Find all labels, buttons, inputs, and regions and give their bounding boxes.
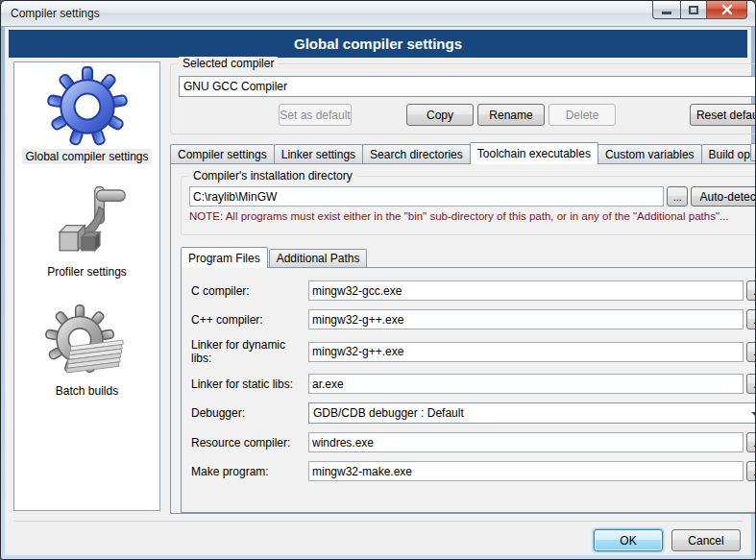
- ok-button[interactable]: OK: [594, 529, 663, 551]
- compiler-settings-dialog: Compiler settings Global compiler settin…: [0, 0, 756, 560]
- minimize-icon: [662, 12, 671, 14]
- maximize-icon: [689, 6, 698, 14]
- field-label: Resource compiler:: [191, 436, 308, 450]
- debugger-select[interactable]: GDB/CDB debugger : Default: [308, 402, 756, 424]
- program-files-tab-bar: Program Files Additional Paths: [181, 247, 756, 267]
- browse-linker-dynamic-button[interactable]: ...: [746, 342, 756, 362]
- tab-compiler-settings[interactable]: Compiler settings: [170, 144, 275, 163]
- field-row-resource-compiler: Resource compiler: ...: [191, 432, 756, 452]
- toolchain-executables-panel: Compiler's installation directory ... Au…: [170, 163, 756, 514]
- dialog-footer: OK Cancel: [13, 521, 743, 551]
- cpp-compiler-input[interactable]: [308, 309, 744, 329]
- rename-button[interactable]: Rename: [477, 104, 545, 126]
- tab-additional-paths[interactable]: Additional Paths: [269, 249, 368, 267]
- installation-directory-group: Compiler's installation directory ... Au…: [181, 176, 756, 235]
- linker-dynamic-input[interactable]: [308, 342, 744, 362]
- window-frame: Global compiler settings: [1, 27, 755, 559]
- field-row-linker-dynamic: Linker for dynamic libs: ...: [191, 338, 756, 365]
- field-row-make-program: Make program: ...: [191, 461, 756, 481]
- settings-category-list: Global compiler settings: [13, 61, 160, 511]
- page-title: Global compiler settings: [9, 30, 747, 58]
- browse-c-compiler-button[interactable]: ...: [746, 280, 756, 301]
- title-bar[interactable]: Compiler settings: [1, 1, 755, 27]
- tab-program-files[interactable]: Program Files: [181, 247, 268, 268]
- field-row-cpp-compiler: C++ compiler: ...: [191, 309, 756, 329]
- field-label: Make program:: [191, 465, 308, 478]
- linker-static-input[interactable]: [308, 374, 744, 394]
- cancel-button[interactable]: Cancel: [671, 529, 741, 551]
- compiler-select[interactable]: GNU GCC Compiler: [179, 76, 756, 97]
- installation-note: NOTE: All programs must exist either in …: [189, 210, 756, 222]
- debugger-select-value: GDB/CDB debugger : Default: [313, 406, 464, 420]
- field-row-debugger: Debugger: GDB/CDB debugger : Default: [191, 402, 756, 424]
- dialog-client-area: Global compiler settings: [5, 27, 751, 555]
- copy-button[interactable]: Copy: [406, 104, 474, 126]
- browse-resource-compiler-button[interactable]: ...: [746, 432, 756, 452]
- tab-toolchain-executables[interactable]: Toolchain executables: [470, 142, 598, 164]
- delete-button[interactable]: Delete: [549, 104, 616, 126]
- field-label: C compiler:: [191, 284, 308, 298]
- program-files-panel: C compiler: ... C++ compiler:: [181, 267, 756, 513]
- close-button[interactable]: [707, 1, 747, 19]
- settings-tab-bar: Compiler settings Linker settings Search…: [170, 142, 756, 163]
- minimize-button[interactable]: [652, 1, 680, 19]
- reset-defaults-button[interactable]: Reset defaults: [690, 104, 756, 126]
- browse-linker-static-button[interactable]: ...: [746, 374, 756, 394]
- group-legend: Compiler's installation directory: [189, 169, 356, 183]
- window-title: Compiler settings: [11, 7, 100, 20]
- group-legend: Selected compiler: [179, 57, 278, 70]
- browse-cpp-compiler-button[interactable]: ...: [746, 309, 756, 329]
- selected-compiler-group: Selected compiler GNU GCC Compiler Set a…: [170, 63, 756, 134]
- tab-scroll-left-button[interactable]: [750, 143, 756, 161]
- make-program-input[interactable]: [308, 461, 744, 481]
- tab-search-directories[interactable]: Search directories: [362, 144, 471, 163]
- browse-make-program-button[interactable]: ...: [746, 461, 756, 481]
- gray-gear-stack-icon: [43, 304, 132, 381]
- sidebar-item-profiler-settings[interactable]: Profiler settings: [44, 183, 130, 280]
- close-icon: [721, 4, 733, 15]
- sidebar-item-label: Profiler settings: [44, 264, 130, 280]
- blue-gear-icon: [47, 66, 128, 147]
- sidebar-item-global-compiler-settings[interactable]: Global compiler settings: [22, 66, 151, 164]
- auto-detect-button[interactable]: Auto-detect: [691, 186, 756, 207]
- field-label: Debugger:: [191, 406, 308, 420]
- chevron-down-icon: [751, 412, 756, 417]
- field-row-linker-static: Linker for static libs: ...: [191, 374, 756, 394]
- browse-directory-button[interactable]: ...: [667, 186, 688, 207]
- sidebar-item-label: Global compiler settings: [22, 149, 151, 164]
- compiler-select-value: GNU GCC Compiler: [183, 80, 287, 93]
- maximize-button[interactable]: [680, 1, 707, 19]
- sidebar-item-batch-builds[interactable]: Batch builds: [43, 304, 132, 399]
- field-label: Linker for dynamic libs:: [191, 338, 308, 365]
- installation-directory-input[interactable]: [189, 186, 664, 207]
- field-row-c-compiler: C compiler: ...: [191, 280, 756, 301]
- tab-linker-settings[interactable]: Linker settings: [274, 144, 363, 163]
- caliper-blocks-icon: [44, 183, 129, 262]
- resource-compiler-input[interactable]: [308, 432, 744, 452]
- sidebar-item-label: Batch builds: [53, 383, 121, 399]
- tab-custom-variables[interactable]: Custom variables: [597, 144, 702, 163]
- c-compiler-input[interactable]: [308, 280, 744, 301]
- field-label: Linker for static libs:: [191, 377, 308, 391]
- field-label: C++ compiler:: [191, 313, 308, 327]
- set-as-default-button[interactable]: Set as default: [279, 104, 352, 126]
- window-controls: [652, 1, 747, 19]
